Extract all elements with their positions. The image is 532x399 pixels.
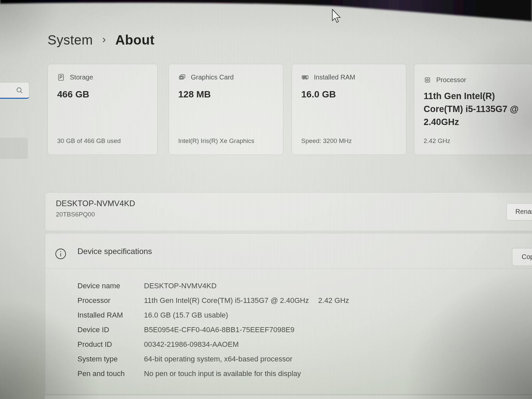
spec-row-pen-and-touch: Pen and touch No pen or touch input is a…	[77, 366, 349, 381]
chevron-right-icon: ›	[102, 33, 106, 48]
spec-row-system-type: System type 64-bit operating system, x64…	[77, 352, 349, 366]
breadcrumb-about: About	[115, 33, 155, 48]
card-label: Graphics Card	[191, 73, 234, 81]
processor-detail: 2.42 GHz	[424, 137, 524, 145]
settings-about-page: System › About Storage 466 GB 30 GB of 4…	[0, 0, 532, 399]
spec-value: DESKTOP-NVMV4KD	[144, 282, 216, 290]
spec-label: Pen and touch	[77, 369, 144, 378]
ram-value: 16.0 GB	[301, 89, 397, 100]
device-specifications-expander[interactable]: Device specifications	[45, 233, 532, 268]
divider	[46, 268, 532, 269]
processor-icon	[424, 76, 431, 84]
photographed-monitor: System › About Storage 466 GB 30 GB of 4…	[0, 0, 532, 399]
spec-value: 11th Gen Intel(R) Core(TM) i5-1135G7 @ 2…	[144, 296, 309, 305]
ram-icon	[301, 73, 309, 81]
graphics-detail: Intel(R) Iris(R) Xe Graphics	[178, 137, 274, 145]
device-name: DESKTOP-NVMV4KD	[56, 199, 532, 208]
spec-label: System type	[77, 355, 144, 363]
spec-value: 00342-21986-09834-AAOEM	[144, 340, 239, 349]
graphics-card-card: Graphics Card 128 MB Intel(R) Iris(R) Xe…	[169, 64, 283, 155]
processor-card: Processor 11th Gen Intel(R) Core(TM) i5-…	[414, 64, 532, 155]
rename-pc-button[interactable]: Rename this PC	[506, 203, 532, 220]
device-specifications-panel: Device specifications Device name DESKTO…	[45, 233, 532, 395]
storage-icon	[57, 73, 65, 81]
spec-rows: Device name DESKTOP-NVMV4KD Processor 11…	[77, 279, 349, 381]
spec-value-extra: 2.42 GHz	[318, 296, 349, 305]
spec-label: Device ID	[77, 326, 144, 334]
card-label: Processor	[436, 76, 466, 84]
spec-row-installed-ram: Installed RAM 16.0 GB (15.7 GB usable)	[77, 308, 349, 323]
device-model: 20TBS6PQ00	[56, 211, 532, 218]
next-section-edge	[45, 395, 532, 399]
processor-value: 11th Gen Intel(R) Core(TM) i5-1135G7 @ 2…	[424, 90, 524, 129]
breadcrumb: System › About	[48, 33, 155, 48]
installed-ram-card: Installed RAM 16.0 GB Speed: 3200 MHz	[292, 64, 406, 155]
storage-card: Storage 466 GB 30 GB of 466 GB used	[48, 64, 158, 155]
spec-row-device-id: Device ID B5E0954E-CFF0-40A6-8BB1-75EEEF…	[77, 323, 349, 337]
card-label: Storage	[70, 73, 93, 81]
spec-label: Device name	[77, 282, 144, 290]
storage-detail: 30 GB of 466 GB used	[57, 137, 149, 145]
copy-button[interactable]: Copy	[512, 248, 532, 266]
section-title: Device specifications	[77, 247, 152, 256]
spec-value: B5E0954E-CFF0-40A6-8BB1-75EEEF7098E9	[144, 326, 294, 334]
search-icon	[16, 86, 24, 94]
spec-label: Installed RAM	[77, 311, 144, 320]
sidebar-item-selected[interactable]	[0, 138, 28, 159]
spec-row-processor: Processor 11th Gen Intel(R) Core(TM) i5-…	[77, 293, 349, 308]
spec-row-product-id: Product ID 00342-21986-09834-AAOEM	[77, 337, 349, 352]
ram-detail: Speed: 3200 MHz	[301, 137, 397, 145]
breadcrumb-system[interactable]: System	[48, 33, 93, 48]
graphics-card-icon	[178, 73, 186, 81]
card-label: Installed RAM	[314, 73, 355, 81]
spec-value: 64-bit operating system, x64-based proce…	[144, 355, 292, 363]
spec-value: 16.0 GB (15.7 GB usable)	[144, 311, 228, 320]
spec-row-device-name: Device name DESKTOP-NVMV4KD	[77, 279, 349, 293]
spec-label: Product ID	[77, 340, 144, 349]
info-icon	[55, 248, 66, 260]
spec-label: Processor	[77, 296, 144, 305]
storage-value: 466 GB	[57, 89, 149, 100]
graphics-value: 128 MB	[178, 89, 274, 100]
search-input[interactable]	[0, 82, 29, 99]
device-name-panel: DESKTOP-NVMV4KD 20TBS6PQ00	[45, 192, 532, 231]
spec-value: No pen or touch input is available for t…	[144, 369, 301, 378]
